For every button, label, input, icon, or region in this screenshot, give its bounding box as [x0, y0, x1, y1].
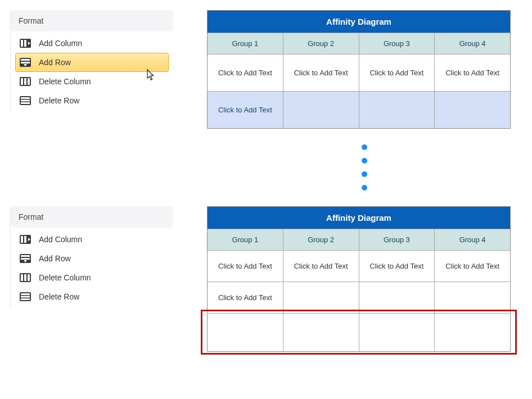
- format-sidebar: Format Add Column Add Row Delete Column: [10, 206, 173, 309]
- svg-rect-2: [24, 40, 26, 47]
- sidebar-item-label: Add Row: [39, 58, 71, 67]
- diagram-cell[interactable]: Click to Add Text: [208, 54, 283, 91]
- svg-rect-7: [21, 78, 23, 85]
- svg-rect-18: [21, 255, 30, 257]
- sidebar-item-delete-column[interactable]: Delete Column: [15, 268, 169, 287]
- delete-column-icon: [20, 273, 31, 282]
- format-sidebar: Format Add Column Add Row Delete Column: [10, 10, 173, 112]
- diagram-cell[interactable]: Click to Add Text: [283, 54, 359, 91]
- sidebar-list: Add Column Add Row Delete Column Delete …: [11, 31, 173, 112]
- affinity-diagram-after: Affinity Diagram Group 1 Group 2 Group 3…: [207, 206, 511, 352]
- sidebar-item-delete-row[interactable]: Delete Row: [15, 91, 169, 110]
- sidebar-item-add-row[interactable]: Add Row: [15, 249, 169, 268]
- delete-row-icon: [20, 292, 31, 301]
- sidebar-item-label: Add Row: [39, 254, 71, 263]
- svg-rect-23: [28, 274, 30, 281]
- svg-rect-11: [21, 97, 30, 99]
- transition-ellipsis: [213, 144, 516, 191]
- diagram-title: Affinity Diagram: [208, 11, 510, 33]
- scene-before: Format Add Column Add Row Delete Column: [10, 10, 522, 129]
- sidebar-title: Format: [11, 206, 173, 228]
- svg-rect-5: [21, 62, 30, 64]
- sidebar-item-delete-column[interactable]: Delete Column: [15, 72, 169, 91]
- dot-icon: [362, 185, 367, 191]
- sidebar-item-add-column[interactable]: Add Column: [15, 230, 169, 249]
- diagram-cell[interactable]: Click to Add Text: [208, 282, 283, 313]
- diagram-cell[interactable]: [435, 282, 510, 313]
- diagram-cell[interactable]: Click to Add Text: [283, 250, 359, 282]
- group-header[interactable]: Group 2: [283, 229, 359, 250]
- diagram-cell[interactable]: [359, 91, 435, 128]
- svg-rect-16: [24, 236, 26, 243]
- scene-after: Format Add Column Add Row Delete Column: [10, 206, 522, 352]
- svg-rect-4: [21, 59, 30, 61]
- svg-rect-9: [28, 78, 30, 85]
- sidebar-item-label: Delete Column: [39, 273, 91, 282]
- sidebar-item-add-column[interactable]: Add Column: [15, 34, 169, 53]
- svg-rect-1: [21, 40, 23, 47]
- group-header[interactable]: Group 4: [435, 33, 510, 54]
- svg-rect-19: [21, 258, 30, 260]
- svg-rect-12: [21, 100, 30, 102]
- diagram-header-row: Group 1 Group 2 Group 3 Group 4: [208, 33, 510, 54]
- sidebar-item-delete-row[interactable]: Delete Row: [15, 287, 169, 306]
- sidebar-item-label: Add Column: [39, 39, 82, 48]
- group-header[interactable]: Group 1: [208, 229, 283, 250]
- diagram-body-row: Click to Add Text Click to Add Text Clic…: [208, 54, 510, 91]
- diagram-cell[interactable]: Click to Add Text: [435, 54, 510, 91]
- diagram-cell[interactable]: Click to Add Text: [359, 54, 435, 91]
- diagram-body-row: Click to Add Text Click to Add Text Clic…: [208, 250, 510, 282]
- diagram-title: Affinity Diagram: [208, 207, 510, 229]
- svg-rect-13: [21, 102, 30, 104]
- svg-rect-15: [21, 236, 23, 243]
- add-row-icon: [20, 254, 31, 263]
- diagram-header-row: Group 1 Group 2 Group 3 Group 4: [208, 229, 510, 250]
- dot-icon: [362, 171, 367, 177]
- sidebar-item-label: Add Column: [39, 235, 82, 244]
- diagram-cell[interactable]: Click to Add Text: [208, 250, 283, 282]
- diagram-cell[interactable]: [283, 91, 359, 128]
- sidebar-item-label: Delete Column: [39, 77, 91, 86]
- diagram-cell[interactable]: [283, 282, 359, 313]
- sidebar-title: Format: [11, 10, 173, 31]
- diagram-cell[interactable]: [359, 282, 435, 313]
- delete-column-icon: [20, 77, 31, 86]
- diagram-cell[interactable]: Click to Add Text: [435, 250, 510, 282]
- sidebar-item-label: Delete Row: [39, 292, 79, 301]
- svg-rect-27: [21, 298, 30, 300]
- delete-row-icon: [20, 96, 31, 105]
- diagram-body-row: Click to Add Text: [208, 282, 510, 313]
- sidebar-item-label: Delete Row: [39, 96, 79, 105]
- sidebar-item-add-row[interactable]: Add Row: [15, 53, 169, 72]
- svg-rect-8: [24, 78, 26, 85]
- group-header[interactable]: Group 3: [359, 33, 435, 54]
- group-header[interactable]: Group 4: [435, 229, 510, 250]
- add-column-icon: [20, 235, 31, 244]
- group-header[interactable]: Group 2: [283, 33, 359, 54]
- diagram-cell[interactable]: [435, 313, 510, 351]
- group-header[interactable]: Group 3: [359, 229, 435, 250]
- svg-rect-25: [21, 293, 30, 295]
- add-row-icon: [20, 58, 31, 67]
- svg-rect-22: [24, 274, 26, 281]
- svg-rect-21: [21, 274, 23, 281]
- diagram-cell[interactable]: [435, 91, 510, 128]
- sidebar-list: Add Column Add Row Delete Column Delete …: [11, 228, 173, 309]
- group-header[interactable]: Group 1: [208, 33, 283, 54]
- diagram-cell[interactable]: Click to Add Text: [208, 91, 283, 128]
- affinity-diagram-before: Affinity Diagram Group 1 Group 2 Group 3…: [207, 10, 511, 129]
- add-column-icon: [20, 39, 31, 48]
- dot-icon: [362, 144, 367, 150]
- diagram-cell[interactable]: Click to Add Text: [359, 250, 435, 282]
- svg-rect-26: [21, 296, 30, 298]
- diagram-body-row-new: [208, 313, 510, 351]
- diagram-cell[interactable]: [208, 313, 283, 351]
- diagram-body-row-selected: Click to Add Text: [208, 91, 510, 128]
- diagram-cell[interactable]: [359, 313, 435, 351]
- dot-icon: [362, 158, 367, 164]
- diagram-cell[interactable]: [283, 313, 359, 351]
